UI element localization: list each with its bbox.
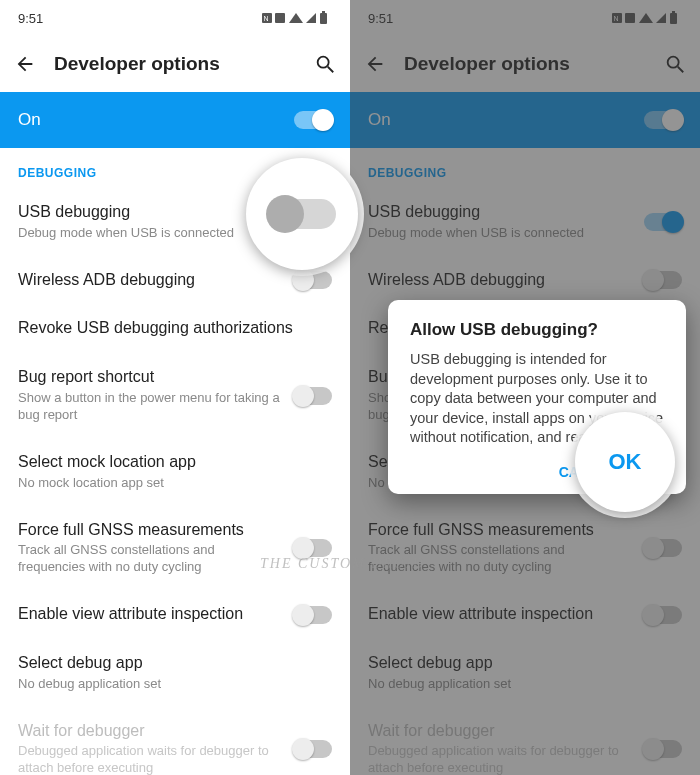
svg-rect-3	[320, 13, 327, 24]
master-switch-icon[interactable]	[294, 111, 332, 129]
item-usb-debugging[interactable]: USB debugging Debug mode when USB is con…	[350, 188, 700, 256]
switch-icon[interactable]	[644, 271, 682, 289]
section-debugging: DEBUGGING	[350, 148, 700, 188]
search-icon[interactable]	[664, 53, 686, 75]
item-gnss[interactable]: Force full GNSS measurements Track all G…	[350, 506, 700, 591]
item-title: Select debug app	[18, 653, 332, 674]
app-bar: Developer options	[0, 36, 350, 92]
master-toggle-row[interactable]: On	[350, 92, 700, 148]
ok-button[interactable]: OK	[609, 449, 642, 475]
svg-line-6	[328, 67, 334, 73]
item-subtitle: Track all GNSS constellations and freque…	[18, 542, 282, 576]
switch-icon[interactable]	[644, 539, 682, 557]
item-subtitle: Debug mode when USB is connected	[18, 225, 282, 242]
item-title: USB debugging	[18, 202, 282, 223]
item-subtitle: Debugged application waits for debugger …	[18, 743, 282, 775]
master-toggle-label: On	[368, 110, 391, 130]
item-wait-debugger: Wait for debugger Debugged application w…	[0, 707, 350, 775]
screenshot-left: 9:51 N Developer options On DEBUGGING	[0, 0, 350, 775]
search-icon[interactable]	[314, 53, 336, 75]
switch-icon[interactable]	[294, 271, 332, 289]
svg-rect-10	[670, 13, 677, 24]
item-subtitle: Track all GNSS constellations and freque…	[368, 542, 632, 576]
screenshot-right: 9:51 N Developer options On DEBUGGING	[350, 0, 700, 775]
switch-icon[interactable]	[294, 539, 332, 557]
zoom-callout-switch	[246, 158, 358, 270]
item-subtitle: Show a button in the power menu for taki…	[18, 390, 282, 424]
item-view-attr[interactable]: Enable view attribute inspection	[350, 590, 700, 639]
item-title: Wireless ADB debugging	[18, 270, 282, 291]
app-bar: Developer options	[350, 36, 700, 92]
item-title: Bug report shortcut	[18, 367, 282, 388]
back-icon[interactable]	[14, 53, 42, 75]
item-title: USB debugging	[368, 202, 632, 223]
status-time: 9:51	[18, 11, 43, 26]
item-debug-app[interactable]: Select debug app No debug application se…	[350, 639, 700, 707]
page-title: Developer options	[54, 53, 314, 75]
switch-icon[interactable]	[644, 213, 682, 231]
zoom-callout-ok: OK	[575, 412, 675, 512]
status-bar: 9:51 N	[350, 0, 700, 36]
dialog-title: Allow USB debugging?	[410, 320, 664, 340]
item-title: Force full GNSS measurements	[18, 520, 282, 541]
svg-text:N: N	[264, 15, 271, 22]
back-icon[interactable]	[364, 53, 392, 75]
status-time: 9:51	[368, 11, 393, 26]
svg-rect-11	[672, 11, 675, 13]
item-subtitle: No mock location app set	[18, 475, 332, 492]
item-bug-report[interactable]: Bug report shortcut Show a button in the…	[0, 353, 350, 438]
item-subtitle: Debugged application waits for debugger …	[368, 743, 632, 775]
item-title: Revoke USB debugging authorizations	[18, 318, 332, 339]
svg-rect-2	[275, 13, 285, 23]
item-title: Wireless ADB debugging	[368, 270, 632, 291]
switch-icon[interactable]	[294, 387, 332, 405]
switch-icon[interactable]	[294, 606, 332, 624]
switch-icon	[644, 740, 682, 758]
item-mock-location[interactable]: Select mock location app No mock locatio…	[0, 438, 350, 506]
item-wireless-adb[interactable]: Wireless ADB debugging	[350, 256, 700, 305]
svg-point-5	[318, 57, 329, 68]
item-debug-app[interactable]: Select debug app No debug application se…	[0, 639, 350, 707]
item-gnss[interactable]: Force full GNSS measurements Track all G…	[0, 506, 350, 591]
item-title: Select debug app	[368, 653, 682, 674]
item-title: Enable view attribute inspection	[18, 604, 282, 625]
svg-line-13	[678, 67, 684, 73]
svg-text:N: N	[614, 15, 621, 22]
item-title: Force full GNSS measurements	[368, 520, 632, 541]
item-title: Wait for debugger	[368, 721, 632, 742]
svg-rect-9	[625, 13, 635, 23]
switch-icon[interactable]	[644, 606, 682, 624]
status-icons: N	[612, 11, 682, 25]
master-toggle-row[interactable]: On	[0, 92, 350, 148]
item-view-attr[interactable]: Enable view attribute inspection	[0, 590, 350, 639]
switch-icon	[294, 740, 332, 758]
master-switch-icon[interactable]	[644, 111, 682, 129]
item-revoke-auth[interactable]: Revoke USB debugging authorizations	[0, 304, 350, 353]
item-subtitle: No debug application set	[368, 676, 682, 693]
svg-rect-4	[322, 11, 325, 13]
item-subtitle: No debug application set	[18, 676, 332, 693]
item-title: Enable view attribute inspection	[368, 604, 632, 625]
switch-icon	[268, 199, 336, 229]
master-toggle-label: On	[18, 110, 41, 130]
item-wait-debugger: Wait for debugger Debugged application w…	[350, 707, 700, 775]
svg-point-12	[668, 57, 679, 68]
item-subtitle: Debug mode when USB is connected	[368, 225, 632, 242]
status-bar: 9:51 N	[0, 0, 350, 36]
item-title: Wait for debugger	[18, 721, 282, 742]
page-title: Developer options	[404, 53, 664, 75]
status-icons: N	[262, 11, 332, 25]
item-title: Select mock location app	[18, 452, 332, 473]
